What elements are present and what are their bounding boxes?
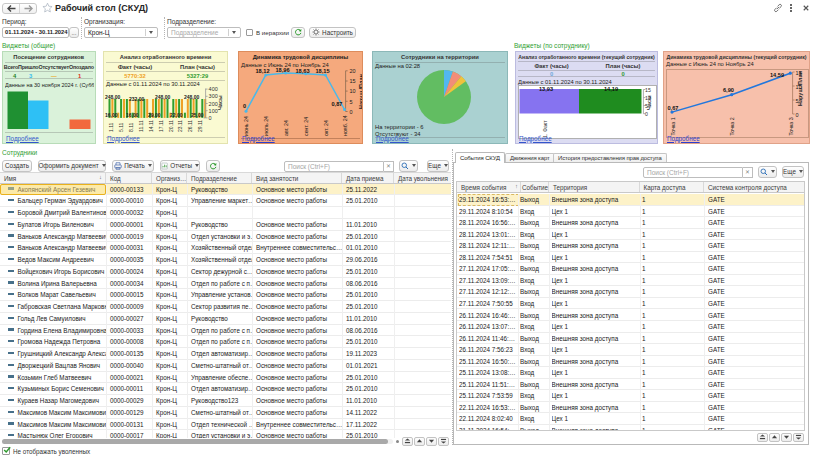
svg-text:17.11: 17.11 [158, 120, 164, 132]
svg-text:авг. 24: авг. 24 [283, 120, 289, 136]
svg-text:13,93: 13,93 [539, 86, 553, 92]
svg-text:248,00: 248,00 [105, 94, 121, 100]
svg-text:20.11: 20.11 [168, 120, 174, 132]
svg-text:0: 0 [645, 110, 648, 116]
svg-text:Наруш./План: Наруш./План [358, 74, 363, 109]
svg-text:сент. 24: сент. 24 [303, 117, 309, 136]
svg-text:5: 5 [350, 99, 353, 105]
svg-text:окт. 24: окт. 24 [323, 120, 329, 136]
svg-text:14.11: 14.11 [148, 120, 154, 132]
svg-text:16,00: 16,00 [126, 112, 139, 118]
svg-text:248,00: 248,00 [155, 94, 171, 100]
svg-text:14,19: 14,19 [604, 86, 618, 92]
svg-text:10: 10 [350, 88, 356, 94]
svg-text:0: 0 [243, 103, 246, 109]
svg-text:18,15: 18,15 [316, 68, 330, 74]
svg-text:Часы: Часы [217, 95, 223, 110]
svg-text:14,59: 14,59 [770, 72, 784, 78]
svg-text:нояб. 24: нояб. 24 [342, 115, 348, 136]
svg-text:25,00: 25,00 [191, 112, 204, 118]
svg-text:0: 0 [209, 115, 212, 121]
svg-text:18,12: 18,12 [256, 68, 270, 74]
svg-text:29.11: 29.11 [197, 120, 203, 132]
svg-text:29,00: 29,00 [148, 112, 161, 118]
svg-text:26.11: 26.11 [187, 120, 193, 132]
svg-text:22,00: 22,00 [170, 112, 183, 118]
svg-text:232,00: 232,00 [129, 96, 145, 102]
svg-text:0,67: 0,67 [668, 105, 679, 111]
svg-text:0: 0 [796, 112, 799, 118]
svg-text:июль 24: июль 24 [263, 116, 269, 136]
svg-text:Точка 2: Точка 2 [729, 117, 735, 135]
svg-text:июнь 24: июнь 24 [243, 116, 249, 136]
svg-text:23.11: 23.11 [177, 120, 183, 132]
svg-text:11.11: 11.11 [138, 120, 144, 132]
svg-text:20: 20 [350, 68, 356, 74]
svg-text:400: 400 [209, 86, 218, 92]
svg-text:8.11: 8.11 [128, 122, 134, 132]
svg-text:Часы: Часы [646, 95, 652, 110]
svg-text:18,63: 18,63 [296, 68, 310, 74]
svg-text:Точка 1: Точка 1 [670, 117, 676, 135]
svg-text:5.11: 5.11 [118, 122, 124, 132]
svg-text:16,00: 16,00 [105, 112, 118, 118]
svg-text:0: 0 [350, 109, 353, 115]
svg-text:15: 15 [645, 86, 651, 92]
svg-text:1.11: 1.11 [108, 122, 114, 132]
svg-text:6,90: 6,90 [723, 87, 734, 93]
svg-text:18,96: 18,96 [276, 67, 290, 73]
svg-text:15: 15 [350, 78, 356, 84]
svg-text:0,87: 0,87 [332, 101, 343, 107]
svg-text:Наруш./План: Наруш./План [797, 71, 803, 106]
svg-text:248,00: 248,00 [184, 94, 200, 100]
svg-text:Точка 3: Точка 3 [788, 117, 794, 135]
